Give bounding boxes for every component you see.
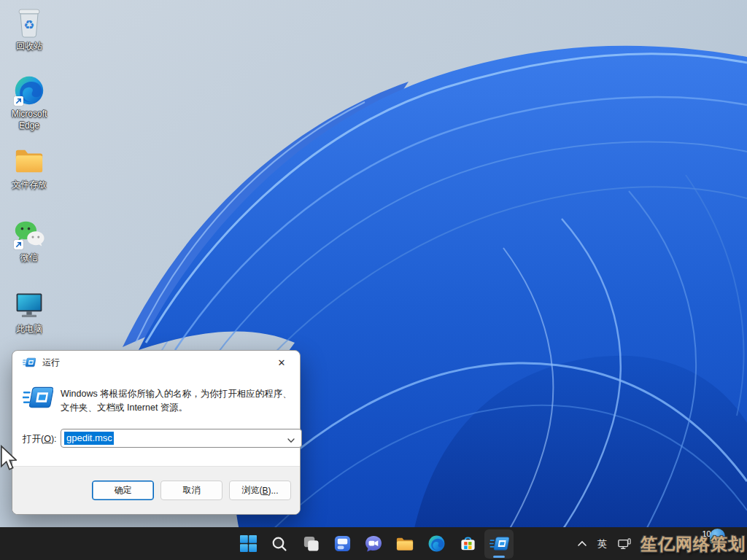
store-icon [459,534,477,553]
file-explorer-button[interactable] [390,529,419,559]
run-icon [23,357,36,368]
cancel-button[interactable]: 取消 [160,481,222,500]
desktop-icon-recycle-bin[interactable]: ♻ 回收站 [1,6,58,52]
taskbar-center [233,527,514,560]
run-app-button[interactable] [484,529,514,559]
chat-icon [364,534,383,553]
start-button[interactable] [233,529,263,559]
desktop-icon-label: 回收站 [16,41,42,52]
run-dialog-titlebar[interactable]: 运行 ✕ [12,351,300,374]
desktop-icon-label: 微信 [20,252,38,264]
open-label: 打开(O): [23,433,57,446]
task-view-icon [302,534,320,553]
desktop-icon-label: 此电脑 [16,324,42,335]
browse-button[interactable]: 浏览(B)... [229,481,291,500]
ime-indicator[interactable]: 英 [597,537,607,551]
shortcut-arrow-icon [14,240,23,249]
browse-label-post: )... [268,486,279,496]
desktop-icon-wechat[interactable]: 微信 [1,217,58,264]
watermark-logo-drop [710,529,725,544]
search-button[interactable] [265,529,294,559]
desktop-icon-label: Microsoft Edge [1,109,57,131]
open-label-key: O [44,434,51,444]
tray-device-icon[interactable] [617,537,632,551]
store-button[interactable] [453,529,482,559]
desktop: ♻ 回收站 Microsoft Edge [0,0,747,560]
tray-chevron-up-icon[interactable] [577,540,587,548]
chevron-down-icon[interactable] [287,435,295,448]
widgets-icon [333,534,352,553]
ok-button[interactable]: 确定 [92,481,154,500]
desktop-icon-label: 文件存放 [12,179,47,191]
edge-icon [427,534,446,553]
desktop-icon-file-folder[interactable]: 文件存放 [1,144,58,191]
open-input-selected-text: gpedit.msc [64,432,114,445]
active-app-indicator [493,556,505,558]
desktop-icon-microsoft-edge[interactable]: Microsoft Edge [1,74,58,131]
dialog-button-row: 确定 取消 浏览(B)... [12,466,300,514]
task-view-button[interactable] [296,529,325,559]
open-label-post: ): [51,434,57,444]
shortcut-arrow-icon [14,96,23,106]
open-input[interactable]: gpedit.msc [61,429,302,448]
folder-icon [13,144,46,177]
open-label-pre: 打开( [23,434,44,444]
run-icon [489,536,509,551]
browse-label-key: B [262,486,268,496]
svg-text:♻: ♻ [23,18,34,32]
file-explorer-icon [395,535,414,553]
taskbar: 英 10:44 [0,527,747,560]
monitor-icon [13,289,46,322]
wechat-icon [13,217,46,250]
close-icon[interactable]: ✕ [271,354,293,371]
run-dialog-description: Windows 将根据你所输入的名称，为你打开相应的程序、文件夹、文档或 Int… [61,387,293,416]
run-dialog: 运行 ✕ Windows 将根据你所输入的名称，为你打开相应的程序、文件夹、文档… [12,350,301,515]
edge-icon [13,74,46,106]
search-icon [271,535,288,553]
chat-button[interactable] [359,529,388,559]
browse-label-pre: 浏览( [241,484,262,497]
desktop-icon-this-pc[interactable]: 此电脑 [1,289,58,335]
widgets-button[interactable] [328,529,357,559]
windows-logo-icon [239,534,258,553]
dialog-title: 运行 [42,357,271,369]
recycle-bin-icon: ♻ [13,6,46,39]
edge-button[interactable] [422,529,451,559]
run-icon-large [23,386,53,412]
